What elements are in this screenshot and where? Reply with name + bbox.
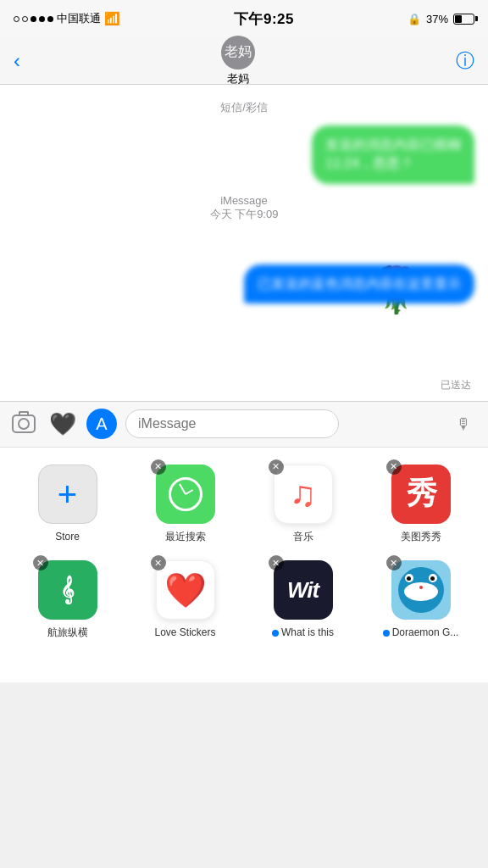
appstore-icon: A — [96, 415, 107, 434]
music-close-badge[interactable]: ✕ — [269, 459, 284, 475]
music-label: 音乐 — [293, 531, 313, 544]
messages-area: 短信/彩信 发送的消息内容已模糊11:24，恩恩？ iMessage 今天 下午… — [0, 85, 488, 401]
store-label: Store — [55, 531, 80, 544]
battery-fill — [455, 15, 462, 23]
mic-icon[interactable]: 🎙 — [456, 415, 471, 433]
recent-icon — [156, 465, 215, 524]
nav-bar: ‹ 老妈 老妈 ⓘ — [0, 37, 488, 85]
doraemon-eye-right — [429, 574, 437, 582]
recent-label: 最近搜索 — [165, 531, 206, 544]
wit-icon: Wit — [274, 560, 333, 620]
doraemon-nose — [419, 586, 423, 589]
app-item-doraemon[interactable]: ✕ Doraemon G... — [370, 560, 472, 640]
app-item-airline[interactable]: ✕ 𝄞 航旅纵横 — [17, 560, 119, 640]
app-item-store[interactable]: + Store — [17, 465, 119, 544]
love-close-badge[interactable]: ✕ — [151, 555, 166, 570]
sms-label: 短信/彩信 — [14, 100, 474, 115]
status-left: 中国联通 📶 — [14, 11, 120, 26]
status-time: 下午9:25 — [234, 9, 294, 29]
music-icon-wrapper: ✕ ♫ — [274, 465, 333, 524]
status-bar: 中国联通 📶 下午9:25 🔒 37% — [0, 0, 488, 37]
recent-close-badge[interactable]: ✕ — [151, 459, 166, 475]
wit-label: What is this — [272, 626, 334, 640]
doraemon-icon-wrapper: ✕ — [391, 560, 451, 620]
store-icon: + — [38, 465, 97, 524]
wit-logo-text: Wit — [287, 577, 319, 604]
camera-button[interactable] — [8, 409, 39, 439]
battery-icon — [453, 14, 474, 25]
doraemon-icon — [391, 560, 451, 620]
app-item-recent[interactable]: ✕ 最近搜索 — [135, 465, 236, 544]
contact-name: 老妈 — [227, 71, 249, 86]
airline-icon-wrapper: ✕ 𝄞 — [38, 560, 97, 620]
status-right: 🔒 37% — [408, 13, 474, 25]
info-button[interactable]: ⓘ — [456, 48, 474, 74]
sent-message-1: 发送的消息内容已模糊11:24，恩恩？ — [14, 125, 474, 184]
music-icon: ♫ — [274, 465, 333, 524]
store-plus-icon: + — [58, 477, 77, 511]
airline-icon: 𝄞 — [38, 560, 97, 620]
avatar: 老妈 — [221, 36, 255, 70]
wit-dot — [272, 630, 279, 637]
wifi-icon: 📶 — [104, 11, 120, 26]
wit-icon-wrapper: ✕ Wit — [274, 560, 333, 620]
imessage-label: iMessage 今天 下午9:09 — [14, 194, 474, 222]
heart-sticker-icon: ❤️ — [164, 570, 207, 610]
received-bubble-1: 已发送的蓝色消息内容在这里显示 — [244, 264, 474, 303]
store-icon-wrapper: + — [38, 465, 97, 524]
love-icon-wrapper: ✕ ❤️ — [156, 560, 215, 620]
signal-dot-3 — [30, 16, 36, 22]
mitu-icon: 秀 — [391, 465, 451, 524]
heart-icon: 🖤 — [49, 411, 76, 437]
signal-dot-1 — [14, 16, 19, 22]
music-note-icon: ♫ — [290, 474, 317, 515]
carrier-label: 中国联通 — [57, 11, 101, 26]
doraemon-dot — [383, 630, 390, 637]
received-message-1: 已发送的蓝色消息内容在这里显示 — [14, 264, 474, 303]
signal-dot-5 — [47, 16, 53, 22]
wit-close-badge[interactable]: ✕ — [269, 555, 284, 570]
airline-close-badge[interactable]: ✕ — [33, 555, 48, 570]
mitu-label: 美图秀秀 — [401, 531, 441, 544]
contact-info[interactable]: 老妈 老妈 — [221, 36, 255, 86]
love-icon: ❤️ — [156, 560, 215, 620]
love-label: Love Stickers — [154, 626, 215, 640]
mitu-logo: 秀 — [407, 473, 435, 515]
app-item-wit[interactable]: ✕ Wit What is this — [252, 560, 354, 640]
app-item-mitu[interactable]: ✕ 秀 美图秀秀 — [370, 465, 472, 544]
app-drawer: + Store ✕ 最近搜索 ✕ ♫ 音乐 — [0, 447, 488, 682]
signal-dot-2 — [22, 16, 28, 22]
app-item-music[interactable]: ✕ ♫ 音乐 — [252, 465, 354, 544]
lock-icon: 🔒 — [408, 13, 421, 25]
drawer-row-1: + Store ✕ 最近搜索 ✕ ♫ 音乐 — [0, 465, 488, 544]
mitu-icon-wrapper: ✕ 秀 — [391, 465, 451, 524]
airline-logo-text: 𝄞 — [60, 576, 75, 604]
doraemon-face — [398, 567, 444, 613]
sent-bubble-1: 发送的消息内容已模糊11:24，恩恩？ — [312, 125, 474, 184]
doraemon-eye-left — [405, 574, 413, 582]
message-input-wrapper[interactable]: 🎙 — [125, 409, 480, 438]
signal-dot-4 — [39, 16, 45, 22]
back-button[interactable]: ‹ — [14, 49, 20, 73]
camera-icon — [12, 415, 36, 433]
message-input[interactable] — [125, 409, 339, 438]
appstore-button[interactable]: A — [86, 409, 117, 439]
doraemon-label: Doraemon G... — [383, 626, 459, 640]
doraemon-close-badge[interactable]: ✕ — [386, 555, 402, 570]
input-bar: 🖤 A 🎙 — [0, 401, 488, 447]
clock-icon — [169, 477, 202, 511]
airline-label: 航旅纵横 — [47, 626, 88, 640]
battery-percent: 37% — [426, 13, 448, 25]
app-item-love[interactable]: ✕ ❤️ Love Stickers — [135, 560, 236, 640]
signal-dots — [14, 16, 53, 22]
recent-icon-wrapper: ✕ — [156, 465, 215, 524]
delivered-label: 已送达 — [14, 378, 474, 392]
mitu-close-badge[interactable]: ✕ — [386, 459, 402, 475]
drawer-row-2: ✕ 𝄞 航旅纵横 ✕ ❤️ Love Stickers ✕ Wit — [0, 560, 488, 640]
heart-button[interactable]: 🖤 — [47, 409, 78, 439]
